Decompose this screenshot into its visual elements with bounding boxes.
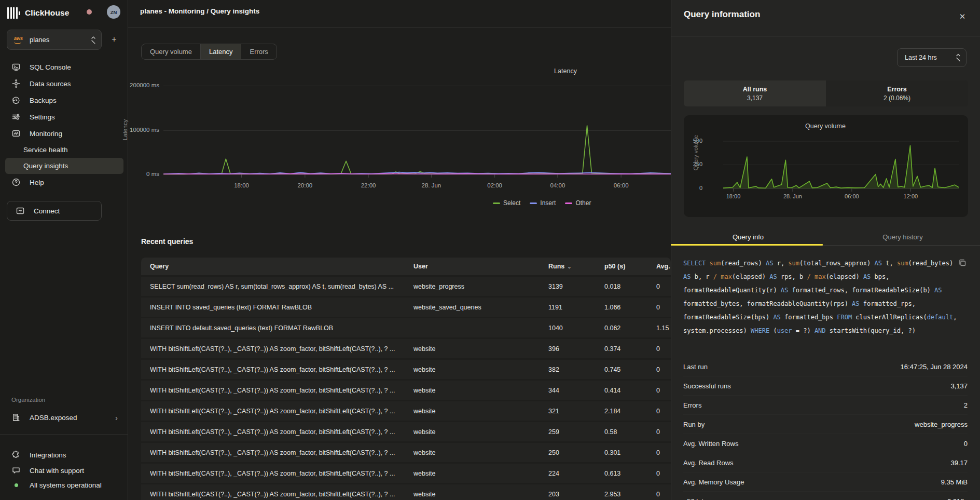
table-body: SELECT sum(read_rows) AS r, sum(total_ro…: [141, 277, 671, 500]
user-cell: website: [413, 366, 548, 373]
user-cell: website: [413, 428, 548, 436]
stat-value: 16:47:25, Jun 28 2024: [901, 363, 968, 371]
sidebar: ClickHouse ZN aws planes + SQL Console D…: [0, 0, 128, 500]
avg-cell: 0: [656, 408, 671, 415]
legend-select[interactable]: Select: [493, 199, 520, 207]
query-cell: INSERT INTO saved_queries (text) FORMAT …: [150, 304, 413, 311]
organization-switcher[interactable]: ADSB.exposed ›: [0, 409, 128, 426]
stat-label: Errors: [683, 401, 701, 409]
clickhouse-logo[interactable]: ClickHouse: [7, 6, 69, 20]
tab-query-volume[interactable]: Query volume: [142, 44, 201, 59]
legend-other[interactable]: Other: [565, 199, 591, 207]
p50-cell: 0.374: [604, 345, 656, 353]
p50-cell: 0.301: [604, 449, 656, 456]
sidebar-item-integrations[interactable]: Integrations: [0, 447, 128, 463]
table-row[interactable]: SELECT sum(read_rows) AS r, sum(total_ro…: [141, 277, 671, 296]
col-runs[interactable]: Runs⌄: [548, 263, 604, 270]
runs-cell: 1040: [548, 325, 604, 332]
stat-value: 39.17: [950, 459, 968, 467]
volume-chart-title: Query volume: [671, 123, 980, 130]
service-selector[interactable]: aws planes: [7, 30, 102, 50]
toggle-errors[interactable]: Errors 2 (0.06%): [826, 80, 968, 106]
help-icon: [11, 178, 21, 187]
avg-cell: 0: [656, 470, 671, 477]
x-tick-label: 28. Jun: [775, 193, 811, 199]
toggle-all-runs[interactable]: All runs 3,137: [684, 80, 826, 106]
avg-cell: 0: [656, 491, 671, 498]
col-avg[interactable]: Avg. latency (s): [656, 263, 671, 270]
latency-chart-title: Latency: [529, 67, 602, 75]
table-row[interactable]: WITH bitShiftLeft(CAST(?..), _CAST(?..))…: [141, 401, 671, 421]
sql-query-code[interactable]: SELECT sum(read_rows) AS r, sum(total_ro…: [683, 256, 968, 337]
stat-label: Avg. Memory Usage: [683, 478, 744, 486]
table-row[interactable]: WITH bitShiftLeft(CAST(?..), _CAST(?..))…: [141, 464, 671, 483]
chevron-right-icon: ›: [115, 413, 118, 422]
sidebar-item-backups[interactable]: Backups: [0, 92, 128, 109]
runs-errors-toggle: All runs 3,137 Errors 2 (0.06%): [684, 80, 968, 106]
notification-dot-icon[interactable]: [87, 9, 92, 15]
query-cell: WITH bitShiftLeft(CAST(?..), _CAST(?..))…: [150, 345, 413, 353]
latency-chart[interactable]: [163, 78, 671, 180]
panel-title: Query information: [684, 9, 760, 20]
table-row[interactable]: WITH bitShiftLeft(CAST(?..), _CAST(?..))…: [141, 484, 671, 500]
stat-row: Run by website_progress: [683, 415, 968, 434]
avg-cell: 0: [656, 428, 671, 436]
user-cell: website: [413, 345, 548, 353]
tab-query-history[interactable]: Query history: [825, 228, 980, 245]
panel-divider: [671, 36, 980, 37]
runs-cell: 344: [548, 387, 604, 394]
table-row[interactable]: WITH bitShiftLeft(CAST(?..), _CAST(?..))…: [141, 422, 671, 441]
legend-insert[interactable]: Insert: [530, 199, 556, 207]
sidebar-item-chat-support[interactable]: Chat with support: [0, 463, 128, 478]
tab-errors[interactable]: Errors: [241, 44, 276, 59]
add-service-button[interactable]: +: [109, 34, 119, 45]
stat-label: Avg. Written Rows: [683, 440, 738, 448]
time-range-select[interactable]: Last 24 hrs: [897, 48, 967, 67]
table-row[interactable]: INSERT INTO saved_queries (text) FORMAT …: [141, 298, 671, 317]
logo-text: ClickHouse: [25, 8, 69, 18]
sidebar-item-settings[interactable]: Settings: [0, 109, 128, 125]
puzzle-icon: [11, 450, 21, 460]
insert-series-swatch: [530, 202, 537, 204]
p50-cell: 0.58: [604, 428, 656, 436]
table-row[interactable]: WITH bitShiftLeft(CAST(?..), _CAST(?..))…: [141, 339, 671, 358]
connect-button[interactable]: Connect: [7, 201, 102, 221]
user-cell: website: [413, 387, 548, 394]
table-row[interactable]: WITH bitShiftLeft(CAST(?..), _CAST(?..))…: [141, 443, 671, 462]
p50-cell: 0.062: [604, 325, 656, 332]
user-avatar[interactable]: ZN: [107, 5, 120, 19]
close-icon[interactable]: ✕: [957, 11, 968, 22]
x-tick-label: 06:00: [834, 193, 870, 199]
table-row[interactable]: INSERT INTO default.saved_queries (text)…: [141, 318, 671, 337]
table-row[interactable]: WITH bitShiftLeft(CAST(?..), _CAST(?..))…: [141, 381, 671, 400]
y-tick-0: 0 ms: [104, 171, 159, 177]
system-status[interactable]: All systems operational: [0, 477, 128, 493]
p50-cell: 1.066: [604, 304, 656, 311]
p50-cell: 0.613: [604, 470, 656, 477]
avg-cell: 0: [656, 366, 671, 373]
organization-section-label: Organization: [11, 397, 45, 403]
runs-cell: 259: [548, 428, 604, 436]
avg-cell: 0: [656, 449, 671, 456]
stat-label: Successful runs: [683, 382, 731, 390]
tab-query-info[interactable]: Query info: [671, 228, 825, 245]
copy-icon[interactable]: [958, 259, 967, 267]
stat-label: Avg. Read Rows: [683, 459, 734, 467]
query-cell: INSERT INTO default.saved_queries (text)…: [150, 325, 413, 332]
stat-label: Run by: [683, 421, 705, 428]
runs-cell: 203: [548, 491, 604, 498]
volume-y-axis-label: Query volume: [693, 129, 699, 176]
x-tick-label: 12:00: [892, 193, 929, 199]
x-tick-label: 04:00: [540, 182, 576, 188]
tab-latency[interactable]: Latency: [201, 44, 242, 59]
sort-chevron-icon: ⌄: [567, 264, 571, 269]
table-row[interactable]: WITH bitShiftLeft(CAST(?..), _CAST(?..))…: [141, 360, 671, 379]
sidebar-item-service-health[interactable]: Service health: [0, 142, 128, 158]
sidebar-item-sql-console[interactable]: SQL Console: [0, 59, 128, 75]
query-cell: WITH bitShiftLeft(CAST(?..), _CAST(?..))…: [150, 408, 413, 415]
clickhouse-console: ClickHouse ZN aws planes + SQL Console D…: [0, 0, 980, 500]
stat-value: website_progress: [915, 421, 968, 428]
p50-cell: 0.745: [604, 366, 656, 373]
col-p50[interactable]: p50 (s): [604, 263, 656, 270]
query-volume-chart[interactable]: [707, 135, 963, 195]
